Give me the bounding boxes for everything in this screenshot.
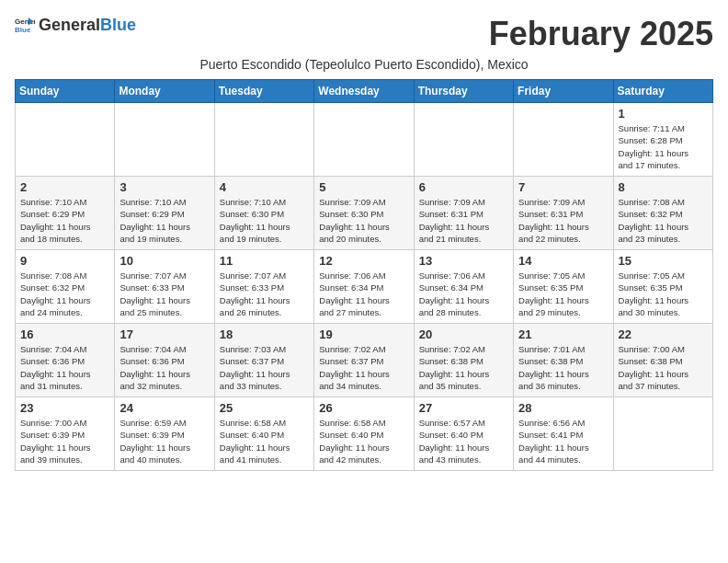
day-number: 26 [319, 401, 408, 415]
calendar-cell: 9Sunrise: 7:08 AM Sunset: 6:32 PM Daylig… [16, 250, 115, 324]
day-number: 27 [419, 401, 508, 415]
day-number: 23 [20, 401, 109, 415]
calendar-cell: 4Sunrise: 7:10 AM Sunset: 6:30 PM Daylig… [214, 177, 313, 250]
day-number: 3 [119, 180, 209, 194]
day-info: Sunrise: 7:00 AM Sunset: 6:39 PM Dayligh… [20, 417, 109, 465]
weekday-header-saturday: Saturday [613, 80, 712, 103]
calendar-cell [414, 103, 513, 177]
day-info: Sunrise: 7:07 AM Sunset: 6:33 PM Dayligh… [119, 270, 209, 318]
calendar-cell: 3Sunrise: 7:10 AM Sunset: 6:29 PM Daylig… [115, 177, 214, 250]
week-row-3: 9Sunrise: 7:08 AM Sunset: 6:32 PM Daylig… [16, 250, 713, 324]
day-number: 13 [419, 254, 508, 268]
day-info: Sunrise: 7:10 AM Sunset: 6:30 PM Dayligh… [220, 196, 309, 245]
day-info: Sunrise: 6:58 AM Sunset: 6:40 PM Dayligh… [319, 417, 408, 465]
calendar-cell: 20Sunrise: 7:02 AM Sunset: 6:38 PM Dayli… [414, 324, 513, 397]
day-number: 15 [619, 254, 708, 268]
day-info: Sunrise: 6:59 AM Sunset: 6:39 PM Dayligh… [119, 417, 209, 465]
week-row-2: 2Sunrise: 7:10 AM Sunset: 6:29 PM Daylig… [16, 177, 713, 250]
day-info: Sunrise: 7:08 AM Sunset: 6:32 PM Dayligh… [20, 270, 109, 318]
day-info: Sunrise: 7:08 AM Sunset: 6:32 PM Dayligh… [619, 196, 708, 245]
weekday-header-monday: Monday [115, 80, 214, 103]
calendar-cell: 2Sunrise: 7:10 AM Sunset: 6:29 PM Daylig… [16, 177, 115, 250]
day-info: Sunrise: 7:05 AM Sunset: 6:35 PM Dayligh… [518, 270, 608, 318]
calendar-cell: 22Sunrise: 7:00 AM Sunset: 6:38 PM Dayli… [613, 324, 712, 397]
day-info: Sunrise: 7:06 AM Sunset: 6:34 PM Dayligh… [319, 270, 408, 318]
page-header: General Blue GeneralBlue February 2025 [15, 15, 713, 53]
weekday-header-sunday: Sunday [16, 80, 115, 103]
day-info: Sunrise: 6:56 AM Sunset: 6:41 PM Dayligh… [518, 417, 608, 465]
day-info: Sunrise: 6:57 AM Sunset: 6:40 PM Dayligh… [419, 417, 508, 465]
month-title: February 2025 [489, 15, 713, 53]
weekday-header-wednesday: Wednesday [314, 80, 414, 103]
calendar-cell: 1Sunrise: 7:11 AM Sunset: 6:28 PM Daylig… [613, 103, 712, 177]
calendar-cell: 19Sunrise: 7:02 AM Sunset: 6:37 PM Dayli… [314, 324, 414, 397]
calendar-cell: 24Sunrise: 6:59 AM Sunset: 6:39 PM Dayli… [115, 397, 214, 471]
weekday-header-friday: Friday [514, 80, 613, 103]
day-number: 2 [20, 180, 109, 194]
day-number: 22 [619, 327, 708, 341]
svg-text:Blue: Blue [15, 26, 31, 34]
day-info: Sunrise: 7:10 AM Sunset: 6:29 PM Dayligh… [20, 196, 109, 245]
calendar-cell [613, 397, 712, 471]
calendar-cell: 26Sunrise: 6:58 AM Sunset: 6:40 PM Dayli… [314, 397, 414, 471]
day-info: Sunrise: 7:03 AM Sunset: 6:37 PM Dayligh… [220, 343, 309, 392]
day-number: 18 [220, 327, 309, 341]
day-number: 14 [518, 254, 608, 268]
day-number: 16 [20, 327, 109, 341]
day-info: Sunrise: 7:06 AM Sunset: 6:34 PM Dayligh… [419, 270, 508, 318]
logo: General Blue GeneralBlue [15, 15, 136, 35]
day-info: Sunrise: 7:09 AM Sunset: 6:31 PM Dayligh… [518, 196, 608, 245]
day-info: Sunrise: 7:09 AM Sunset: 6:30 PM Dayligh… [319, 196, 408, 245]
calendar-cell [16, 103, 115, 177]
calendar-cell [115, 103, 214, 177]
calendar-cell: 16Sunrise: 7:04 AM Sunset: 6:36 PM Dayli… [16, 324, 115, 397]
logo-blue: Blue [100, 16, 136, 35]
day-number: 10 [119, 254, 209, 268]
weekday-header-thursday: Thursday [414, 80, 513, 103]
day-number: 4 [220, 180, 309, 194]
week-row-4: 16Sunrise: 7:04 AM Sunset: 6:36 PM Dayli… [16, 324, 713, 397]
calendar-cell: 27Sunrise: 6:57 AM Sunset: 6:40 PM Dayli… [414, 397, 513, 471]
calendar-cell [514, 103, 613, 177]
day-number: 19 [319, 327, 408, 341]
calendar-cell: 7Sunrise: 7:09 AM Sunset: 6:31 PM Daylig… [514, 177, 613, 250]
calendar-cell: 23Sunrise: 7:00 AM Sunset: 6:39 PM Dayli… [16, 397, 115, 471]
calendar-cell [314, 103, 414, 177]
day-number: 1 [619, 107, 708, 121]
day-info: Sunrise: 7:02 AM Sunset: 6:37 PM Dayligh… [319, 343, 408, 392]
weekday-header-row: SundayMondayTuesdayWednesdayThursdayFrid… [16, 80, 713, 103]
day-info: Sunrise: 7:04 AM Sunset: 6:36 PM Dayligh… [20, 343, 109, 392]
calendar-cell: 18Sunrise: 7:03 AM Sunset: 6:37 PM Dayli… [214, 324, 313, 397]
calendar-cell: 5Sunrise: 7:09 AM Sunset: 6:30 PM Daylig… [314, 177, 414, 250]
day-info: Sunrise: 7:09 AM Sunset: 6:31 PM Dayligh… [419, 196, 508, 245]
logo-general: General [39, 16, 100, 35]
calendar-cell: 21Sunrise: 7:01 AM Sunset: 6:38 PM Dayli… [514, 324, 613, 397]
day-number: 12 [319, 254, 408, 268]
week-row-1: 1Sunrise: 7:11 AM Sunset: 6:28 PM Daylig… [16, 103, 713, 177]
calendar-cell: 28Sunrise: 6:56 AM Sunset: 6:41 PM Dayli… [514, 397, 613, 471]
calendar-table: SundayMondayTuesdayWednesdayThursdayFrid… [15, 79, 713, 471]
calendar-cell: 6Sunrise: 7:09 AM Sunset: 6:31 PM Daylig… [414, 177, 513, 250]
day-number: 21 [518, 327, 608, 341]
calendar-cell: 25Sunrise: 6:58 AM Sunset: 6:40 PM Dayli… [214, 397, 313, 471]
calendar-cell [214, 103, 313, 177]
day-number: 25 [220, 401, 309, 415]
weekday-header-tuesday: Tuesday [214, 80, 313, 103]
day-number: 17 [119, 327, 209, 341]
calendar-cell: 17Sunrise: 7:04 AM Sunset: 6:36 PM Dayli… [115, 324, 214, 397]
day-info: Sunrise: 7:04 AM Sunset: 6:36 PM Dayligh… [119, 343, 209, 392]
day-info: Sunrise: 7:02 AM Sunset: 6:38 PM Dayligh… [419, 343, 508, 392]
day-number: 11 [220, 254, 309, 268]
day-info: Sunrise: 7:10 AM Sunset: 6:29 PM Dayligh… [119, 196, 209, 245]
day-info: Sunrise: 7:01 AM Sunset: 6:38 PM Dayligh… [518, 343, 608, 392]
day-number: 7 [518, 180, 608, 194]
day-info: Sunrise: 7:00 AM Sunset: 6:38 PM Dayligh… [619, 343, 708, 392]
day-number: 28 [518, 401, 608, 415]
logo-icon: General Blue [15, 15, 35, 35]
calendar-cell: 15Sunrise: 7:05 AM Sunset: 6:35 PM Dayli… [613, 250, 712, 324]
calendar-cell: 13Sunrise: 7:06 AM Sunset: 6:34 PM Dayli… [414, 250, 513, 324]
day-number: 8 [619, 180, 708, 194]
day-number: 5 [319, 180, 408, 194]
calendar-cell: 12Sunrise: 7:06 AM Sunset: 6:34 PM Dayli… [314, 250, 414, 324]
calendar-cell: 8Sunrise: 7:08 AM Sunset: 6:32 PM Daylig… [613, 177, 712, 250]
